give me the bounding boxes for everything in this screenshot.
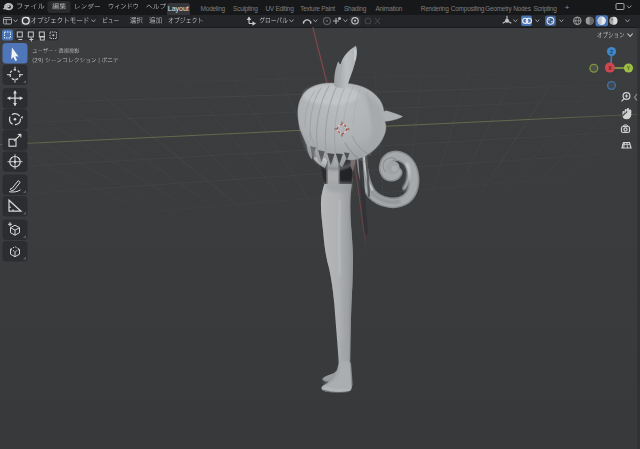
svg-text:Z: Z	[610, 49, 613, 55]
